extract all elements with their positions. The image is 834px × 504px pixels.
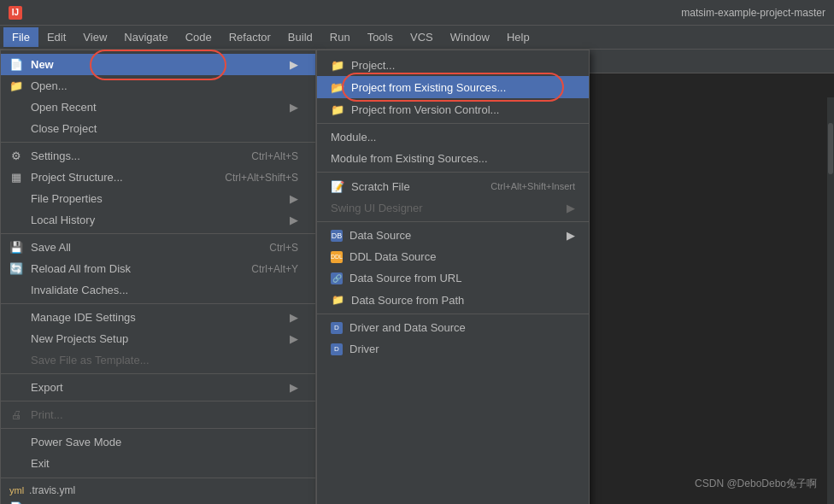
submenu-data-source-path[interactable]: 📁 Data Source from Path [317, 289, 589, 311]
project-name: matsim-example-project-master [681, 7, 825, 19]
save-all-shortcut: Ctrl+S [269, 242, 298, 254]
menu-manage-ide[interactable]: Manage IDE Settings ▶ [1, 307, 315, 328]
menu-file[interactable]: File [3, 27, 38, 47]
save-icon: 💾 [9, 241, 23, 255]
manage-ide-arrow: ▶ [290, 311, 298, 324]
submenu-ddl-data-source[interactable]: DDL DDL Data Source [317, 246, 589, 267]
menu-vcs[interactable]: VCS [402, 27, 442, 47]
sep4 [1, 373, 315, 374]
scratch-shortcut: Ctrl+Alt+Shift+Insert [490, 181, 575, 191]
sub-sep2 [317, 172, 589, 173]
sep6 [1, 428, 315, 429]
app-logo: IJ [9, 6, 22, 20]
menu-save-template: Save File as Template... [1, 349, 315, 371]
watermark: CSDN @DeboDebo兔子啊 [695, 477, 817, 491]
menu-save-all[interactable]: 💾 Save All Ctrl+S [1, 237, 315, 258]
travis-yml-item: yml .travis.yml [9, 482, 307, 499]
sub-sep4 [317, 314, 589, 314]
scratch-icon: 📝 [331, 179, 344, 193]
submenu-project[interactable]: 📁 Project... [317, 54, 589, 76]
menu-close-project[interactable]: Close Project [1, 118, 315, 139]
menu-build[interactable]: Build [279, 27, 321, 47]
reload-icon: 🔄 [9, 262, 23, 276]
sep3 [1, 303, 315, 304]
menu-export[interactable]: Export ▶ [1, 377, 315, 398]
menu-new-projects-setup[interactable]: New Projects Setup ▶ [1, 328, 315, 349]
menu-bar: File Edit View Navigate Code Refactor Bu… [0, 26, 834, 50]
new-projects-arrow: ▶ [290, 332, 298, 345]
pfes-wrapper: 📂 Project from Existing Sources... [317, 76, 589, 98]
open-recent-arrow: ▶ [290, 101, 298, 114]
sep5 [1, 401, 315, 401]
project-icon: 📁 [331, 58, 344, 72]
menu-refactor[interactable]: Refactor [220, 27, 279, 47]
db-path-icon: 📁 [331, 293, 344, 307]
structure-icon: ▦ [9, 171, 23, 185]
settings-icon: ⚙ [9, 149, 23, 163]
menu-new[interactable]: 📄 New ▶ [1, 54, 315, 75]
project-structure-shortcut: Ctrl+Alt+Shift+S [225, 172, 298, 184]
menu-reload[interactable]: 🔄 Reload All from Disk Ctrl+Alt+Y [1, 258, 315, 279]
dropdown-container: 📄 New ▶ 📁 Open... Open Recent ▶ Close Pr… [0, 50, 590, 504]
new-item-wrapper: 📄 New ▶ [1, 54, 315, 75]
menu-print: 🖨 Print... [1, 404, 315, 425]
submenu-project-existing[interactable]: 📂 Project from Existing Sources... [317, 76, 589, 98]
menu-help[interactable]: Help [498, 27, 538, 47]
export-arrow: ▶ [290, 381, 298, 394]
sep2 [1, 233, 315, 234]
menu-settings[interactable]: ⚙ Settings... Ctrl+Alt+S [1, 145, 315, 167]
new-arrow: ▶ [290, 58, 298, 71]
license-item: 📄 LICENSE [9, 499, 307, 504]
submenu-module-existing[interactable]: Module from Existing Sources... [317, 148, 589, 169]
swing-arrow: ▶ [567, 202, 575, 214]
submenu-scratch-file[interactable]: 📝 Scratch File Ctrl+Alt+Shift+Insert [317, 175, 589, 197]
menu-invalidate[interactable]: Invalidate Caches... [1, 279, 315, 301]
menu-project-structure[interactable]: ▦ Project Structure... Ctrl+Alt+Shift+S [1, 167, 315, 188]
file-menu-dropdown: 📄 New ▶ 📁 Open... Open Recent ▶ Close Pr… [0, 50, 316, 504]
new-submenu: 📁 Project... 📂 Project from Existing Sou… [316, 50, 590, 504]
menu-window[interactable]: Window [442, 27, 498, 47]
menu-view[interactable]: View [74, 27, 115, 47]
sub-sep1 [317, 123, 589, 124]
submenu-swing-designer: Swing UI Designer ▶ [317, 197, 589, 219]
submenu-data-source[interactable]: DB Data Source ▶ [317, 225, 589, 246]
menu-exit[interactable]: Exit [1, 453, 315, 474]
title-bar: IJ matsim-example-project-master [0, 0, 834, 26]
settings-shortcut: Ctrl+Alt+S [251, 150, 298, 162]
menu-code[interactable]: Code [177, 27, 220, 47]
menu-open[interactable]: 📁 Open... [1, 75, 315, 97]
menu-edit[interactable]: Edit [38, 27, 74, 47]
file-list: yml .travis.yml 📄 LICENSE 📄 mynpw [1, 478, 315, 504]
data-source-arrow: ▶ [567, 229, 575, 242]
print-icon: 🖨 [9, 408, 23, 422]
yml-icon: yml [9, 485, 24, 495]
local-history-arrow: ▶ [290, 214, 298, 226]
ddl-icon: DDL [331, 251, 343, 263]
db-url-icon: 🔗 [331, 273, 343, 284]
menu-file-properties[interactable]: File Properties ▶ [1, 188, 315, 209]
menu-open-recent[interactable]: Open Recent ▶ [1, 97, 315, 118]
submenu-data-source-url[interactable]: 🔗 Data Source from URL [317, 267, 589, 289]
file-props-arrow: ▶ [290, 192, 298, 205]
project-existing-icon: 📂 [331, 80, 344, 94]
new-icon: 📄 [9, 58, 23, 72]
submenu-module[interactable]: Module... [317, 126, 589, 148]
sub-sep3 [317, 221, 589, 222]
reload-shortcut: Ctrl+Alt+Y [251, 263, 298, 275]
travis-yml-label: .travis.yml [29, 484, 75, 496]
menu-local-history[interactable]: Local History ▶ [1, 209, 315, 231]
vcs-icon: 📁 [331, 103, 344, 116]
menu-tools[interactable]: Tools [359, 27, 402, 47]
submenu-driver[interactable]: D Driver [317, 338, 589, 360]
driver-icon: D [331, 322, 343, 334]
submenu-project-vcs[interactable]: 📁 Project from Version Control... [317, 98, 589, 120]
menu-navigate[interactable]: Navigate [115, 27, 176, 47]
submenu-driver-data-source[interactable]: D Driver and Data Source [317, 317, 589, 338]
db-icon: DB [331, 230, 343, 242]
menu-run[interactable]: Run [321, 27, 359, 47]
open-icon: 📁 [9, 79, 23, 93]
driver2-icon: D [331, 343, 343, 355]
sep1 [1, 142, 315, 143]
menu-power-save[interactable]: Power Save Mode [1, 431, 315, 453]
